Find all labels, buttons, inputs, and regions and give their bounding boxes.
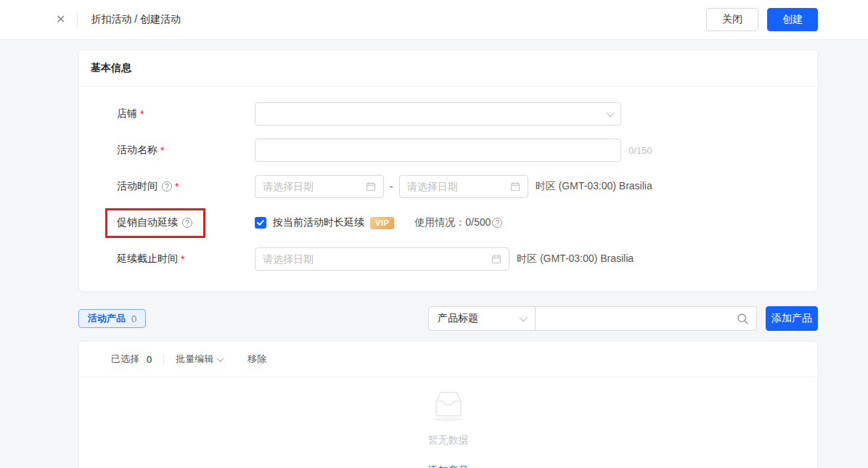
check-icon bbox=[257, 220, 264, 226]
search-icon[interactable] bbox=[737, 313, 749, 325]
renew-deadline-label-text: 延续截止时间 bbox=[117, 253, 178, 266]
char-counter: 0/150 bbox=[629, 145, 652, 156]
deadline-date-input[interactable] bbox=[263, 248, 487, 270]
date-range-separator: - bbox=[390, 181, 393, 192]
help-icon[interactable]: ? bbox=[162, 181, 172, 192]
breadcrumb: 折扣活动 / 创建活动 bbox=[91, 13, 181, 26]
activity-name-control: 0/150 bbox=[255, 139, 652, 162]
top-bar-actions: 关闭 创建 bbox=[706, 8, 818, 31]
batch-edit-menu[interactable]: 批量编辑 bbox=[176, 353, 223, 366]
products-card: 已选择0 批量编辑 移除 暂无数据 添加产品 bbox=[78, 341, 818, 468]
chevron-down-icon bbox=[519, 313, 527, 321]
form-row-activity-name: 活动名称* 0/150 bbox=[117, 139, 817, 162]
shop-label: 店铺* bbox=[117, 107, 255, 120]
timezone-text: 时区 (GMT-03:00) Brasilia bbox=[517, 253, 634, 266]
activity-name-label: 活动名称* bbox=[117, 144, 255, 157]
form-row-shop: 店铺* bbox=[117, 102, 817, 126]
help-icon[interactable]: ? bbox=[182, 218, 192, 228]
calendar-icon bbox=[491, 254, 501, 264]
toolbar-divider bbox=[163, 354, 164, 364]
section-title: 基本信息 bbox=[91, 62, 131, 73]
activity-time-label-text: 活动时间 bbox=[117, 180, 157, 193]
required-mark: * bbox=[160, 144, 164, 156]
usage-text: 使用情况：0/500 bbox=[414, 216, 491, 229]
calendar-icon bbox=[510, 181, 520, 192]
tab-count-badge: 0 bbox=[131, 313, 136, 324]
products-toolbar: 已选择0 批量编辑 移除 bbox=[79, 342, 817, 377]
main-content: 基本信息 店铺* 活动名称* bbox=[0, 40, 868, 468]
auto-renew-label-text: 促销自动延续 bbox=[117, 216, 178, 229]
basic-info-form: 店铺* 活动名称* bbox=[79, 86, 817, 291]
end-date-input[interactable] bbox=[407, 176, 506, 197]
selected-count-value: 0 bbox=[147, 354, 152, 365]
required-mark: * bbox=[175, 181, 179, 192]
form-row-renew-deadline: 延续截止时间 * 时区 (GMT-03:00) Brasilia bbox=[117, 247, 817, 271]
product-search-box bbox=[536, 306, 757, 331]
create-button[interactable]: 创建 bbox=[767, 8, 818, 31]
top-bar: ✕ 折扣活动 / 创建活动 关闭 创建 bbox=[0, 0, 868, 40]
empty-inbox-icon bbox=[428, 389, 469, 422]
auto-renew-label: 促销自动延续 ? bbox=[117, 216, 255, 229]
batch-edit-label: 批量编辑 bbox=[176, 353, 213, 366]
help-icon[interactable]: ? bbox=[492, 218, 502, 228]
activity-name-field bbox=[255, 139, 621, 162]
calendar-icon bbox=[366, 181, 376, 192]
chevron-down-icon bbox=[606, 109, 614, 117]
required-mark: * bbox=[181, 253, 184, 265]
shop-control bbox=[255, 102, 621, 126]
chevron-down-icon bbox=[217, 355, 224, 362]
end-date-picker[interactable] bbox=[399, 175, 528, 198]
start-date-picker[interactable] bbox=[255, 175, 384, 198]
form-row-activity-time: 活动时间 ? * - 时区 (GMT bbox=[117, 175, 817, 198]
top-bar-left: ✕ 折扣活动 / 创建活动 bbox=[56, 13, 181, 26]
shop-label-text: 店铺 bbox=[117, 107, 137, 120]
search-field-select[interactable]: 产品标题 bbox=[428, 306, 536, 331]
breadcrumb-divider bbox=[77, 13, 78, 26]
shop-select[interactable] bbox=[255, 102, 621, 126]
selected-label: 已选择 bbox=[111, 353, 139, 366]
add-product-button[interactable]: 添加产品 bbox=[766, 306, 818, 331]
create-discount-activity-page: ✕ 折扣活动 / 创建活动 关闭 创建 基本信息 店铺* bbox=[0, 0, 868, 468]
auto-renew-checkbox-label[interactable]: 按当前活动时长延续 bbox=[273, 216, 364, 229]
activity-time-label: 活动时间 ? * bbox=[117, 180, 255, 193]
required-mark: * bbox=[140, 108, 144, 120]
renew-deadline-label: 延续截止时间 * bbox=[117, 253, 255, 266]
tab-activity-products[interactable]: 活动产品 0 bbox=[78, 309, 146, 328]
activity-name-input[interactable] bbox=[263, 139, 613, 161]
auto-renew-control: 按当前活动时长延续 VIP 使用情况：0/500 ? bbox=[255, 216, 502, 229]
close-button[interactable]: 关闭 bbox=[706, 8, 758, 31]
empty-add-product-link[interactable]: 添加产品 bbox=[428, 464, 469, 468]
renew-deadline-control: 时区 (GMT-03:00) Brasilia bbox=[255, 247, 634, 271]
deadline-date-picker[interactable] bbox=[255, 247, 509, 271]
form-row-auto-renew: 促销自动延续 ? 按当前活动时长延续 VIP 使用情况：0/500 ? bbox=[117, 211, 817, 234]
remove-button[interactable]: 移除 bbox=[247, 353, 266, 366]
selected-count: 已选择0 bbox=[111, 353, 152, 366]
search-field-value: 产品标题 bbox=[438, 312, 478, 325]
activity-name-label-text: 活动名称 bbox=[117, 144, 157, 157]
vip-badge: VIP bbox=[370, 217, 394, 229]
empty-state: 暂无数据 添加产品 bbox=[79, 377, 817, 468]
tab-label: 活动产品 bbox=[88, 312, 126, 325]
activity-time-control: - 时区 (GMT-03:00) Brasilia bbox=[255, 175, 652, 198]
basic-info-header: 基本信息 bbox=[79, 50, 817, 86]
auto-renew-checkbox[interactable] bbox=[255, 217, 266, 229]
basic-info-card: 基本信息 店铺* 活动名称* bbox=[78, 49, 818, 292]
product-search-group: 产品标题 添加产品 bbox=[428, 306, 818, 331]
start-date-input[interactable] bbox=[263, 176, 361, 197]
products-bar: 活动产品 0 产品标题 添加产品 bbox=[78, 306, 818, 331]
timezone-text: 时区 (GMT-03:00) Brasilia bbox=[536, 180, 652, 193]
product-search-input[interactable] bbox=[543, 307, 737, 330]
empty-state-text: 暂无数据 bbox=[428, 434, 469, 447]
close-icon[interactable]: ✕ bbox=[56, 14, 65, 25]
